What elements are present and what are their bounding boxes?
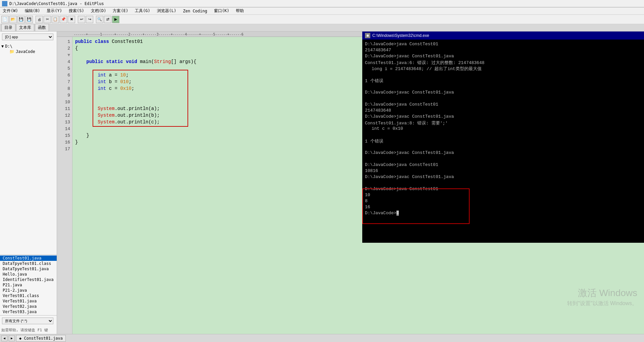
nav-right[interactable]: ▶ xyxy=(9,335,15,341)
main-layout: [D:] app ▼ D:\ 📁 JavaCode ConstTest01.ja… xyxy=(0,32,644,334)
app-icon xyxy=(2,1,7,6)
cmd-line-16 xyxy=(365,132,641,138)
line-numbers: 1 2 ▼ 4 5 6 7 8 9 10 11 12 13 14 15 16 1… xyxy=(57,37,72,334)
cmd-line-28: 16 xyxy=(365,205,641,211)
cmd-line-8 xyxy=(365,84,641,90)
cmd-line-22: 10816 xyxy=(365,168,641,174)
tab-directory[interactable]: 目录 xyxy=(1,24,15,32)
line-num-7: 7 xyxy=(57,78,72,85)
menu-view[interactable]: 显示(Y) xyxy=(45,7,63,14)
cmd-line-25: D:\JavaCode>java ConstTest01 xyxy=(365,186,641,192)
file-item-vertest02[interactable]: VerTest02.java xyxy=(0,304,57,309)
line-num-16: 16 xyxy=(57,139,72,146)
line-num-6: 6 xyxy=(57,72,72,78)
cmd-line-2: 2147483647 xyxy=(365,48,641,54)
cmd-line-12: 2147483648 xyxy=(365,108,641,114)
cmd-line-15: int c = 0x10 xyxy=(365,126,641,132)
title-bar: D:\JavaCode\ConstTest01.java - EditPlus xyxy=(0,0,644,7)
menu-scheme[interactable]: 方案(E) xyxy=(111,7,129,14)
cmd-line-20 xyxy=(365,156,641,162)
menu-search[interactable]: 搜索(S) xyxy=(67,7,86,14)
line-num-8: 8 xyxy=(57,85,72,92)
menu-file[interactable]: 文件(W) xyxy=(1,7,19,14)
run-button[interactable]: ▶ xyxy=(112,16,119,23)
cmd-line-3: D:\JavaCode>javac ConstTest01.java xyxy=(365,54,641,60)
line-num-10: 10 xyxy=(57,99,72,105)
line-num-1: 1 xyxy=(57,38,72,45)
cmd-line-24 xyxy=(365,180,641,186)
filter-dropdown[interactable]: 所有文件 (*.*) xyxy=(2,318,53,324)
tree-root[interactable]: ▼ D:\ xyxy=(0,44,57,49)
delete-button[interactable]: ✖ xyxy=(68,16,75,23)
file-item-vertest01-class[interactable]: VerTest01.class xyxy=(0,293,57,298)
line-num-9: 9 xyxy=(57,92,72,99)
cmd-line-11: D:\JavaCode>java ConstTest01 xyxy=(365,102,641,108)
copy-button[interactable]: 📋 xyxy=(52,16,59,23)
cmd-line-5: long i = 2147483648; // 超出了int类型的最大值 xyxy=(365,66,641,72)
line-num-2: 2 xyxy=(57,45,72,52)
line-num-5: 5 xyxy=(57,65,72,72)
cmd-title-text: C:\Windows\System32\cmd.exe xyxy=(372,33,429,38)
new-button[interactable]: 📄 xyxy=(1,16,9,23)
cut-button[interactable]: ✂ xyxy=(44,16,51,23)
cmd-content[interactable]: D:\JavaCode>java ConstTest01 2147483647 … xyxy=(362,40,644,243)
menu-edit[interactable]: 编辑(B) xyxy=(23,7,42,14)
menu-browser[interactable]: 浏览器(L) xyxy=(156,7,178,14)
replace-button[interactable]: ⇄ xyxy=(104,16,111,23)
file-item-identifier[interactable]: IdentifierTest01.java xyxy=(0,277,57,282)
file-item-datatpye-class[interactable]: DataTpyeTest01.class xyxy=(0,261,57,266)
toolbar: 📄 📂 💾 💾 🖨 ✂ 📋 📌 ✖ ↩ ↪ 🔍 ⇄ ▶ xyxy=(0,15,644,24)
file-item-hello[interactable]: Hello.java xyxy=(0,272,57,277)
line-num-11: 11 xyxy=(57,105,72,112)
cmd-line-27: 8 xyxy=(365,198,641,205)
file-item-datatpye-java[interactable]: DataTpyeTest01.java xyxy=(0,266,57,272)
save-all-button[interactable]: 💾 xyxy=(25,16,33,23)
find-button[interactable]: 🔍 xyxy=(96,16,103,23)
open-button[interactable]: 📂 xyxy=(9,16,17,23)
line-num-4: 4 xyxy=(57,58,72,65)
paste-button[interactable]: 📌 xyxy=(60,16,67,23)
line-num-12: 12 xyxy=(57,112,72,119)
menu-tools[interactable]: 工具(G) xyxy=(133,7,152,14)
tree-javacode[interactable]: 📁 JavaCode xyxy=(0,49,57,54)
cmd-line-7: 1 个错误 xyxy=(365,78,641,84)
redo-button[interactable]: ↪ xyxy=(86,16,93,23)
cmd-line-23: D:\JavaCode>javac ConstTest01.java xyxy=(365,174,641,180)
save-button[interactable]: 💾 xyxy=(17,16,25,23)
cmd-line-4: ConstTest01.java:6: 错误: 过大的整数: 214748364… xyxy=(365,60,641,66)
undo-button[interactable]: ↩ xyxy=(78,16,85,23)
drive-dropdown[interactable]: [D:] app xyxy=(2,34,53,40)
menu-help[interactable]: 帮助 xyxy=(234,7,245,14)
print-button[interactable]: 🖨 xyxy=(36,16,43,23)
menu-bar: 文件(W) 编辑(B) 显示(Y) 搜索(S) 文档(D) 方案(E) 工具(G… xyxy=(0,7,644,15)
menu-zen[interactable]: Zen Coding xyxy=(182,8,209,14)
bottom-file-tab[interactable]: ◆ ConstTest01.java xyxy=(16,335,66,342)
nav-left[interactable]: ◀ xyxy=(1,335,7,341)
menu-doc[interactable]: 文档(D) xyxy=(90,7,108,14)
tab-functions[interactable]: 函数 xyxy=(35,24,49,32)
file-list: ConstTest01.java DataTpyeTest01.class Da… xyxy=(0,254,57,315)
file-item-p21-2[interactable]: P21-2.java xyxy=(0,288,57,293)
cmd-line-1: D:\JavaCode>java ConstTest01 xyxy=(365,42,641,48)
cmd-line-9: D:\JavaCode>javac ConstTest01.java xyxy=(365,90,641,96)
cmd-line-6 xyxy=(365,72,641,78)
cmd-line-29: D:\JavaCode>_ xyxy=(365,211,641,217)
tab-textlib[interactable]: 文本库 xyxy=(16,24,34,32)
file-item-p21[interactable]: P21.java xyxy=(0,282,57,288)
menu-window[interactable]: 窗口(K) xyxy=(213,7,231,14)
file-item-consttest01[interactable]: ConstTest01.java xyxy=(0,255,57,261)
cmd-line-10 xyxy=(365,96,641,102)
cmd-line-18 xyxy=(365,144,641,150)
cmd-line-13: D:\JavaCode>javac ConstTest01.java xyxy=(365,114,641,120)
help-text: 如需帮助, 请按键盘 F1 键 xyxy=(0,326,57,334)
cmd-line-14: ConstTest01.java:8: 错误: 需要';' xyxy=(365,120,641,126)
cmd-line-17: 1 个错误 xyxy=(365,138,641,144)
line-num-14: 14 xyxy=(57,125,72,132)
bottom-bar: ◀ ▶ ◆ ConstTest01.java xyxy=(0,334,644,342)
sidebar-tree: ▼ D:\ 📁 JavaCode xyxy=(0,42,57,254)
line-num-17: 17 xyxy=(57,146,72,152)
file-item-vertest03[interactable]: VerTest03.java xyxy=(0,309,57,315)
cmd-line-19: D:\JavaCode>javac ConstTest01.java xyxy=(365,150,641,156)
cmd-line-26: 10 xyxy=(365,192,641,198)
file-item-vertest01[interactable]: VerTest01.java xyxy=(0,298,57,304)
